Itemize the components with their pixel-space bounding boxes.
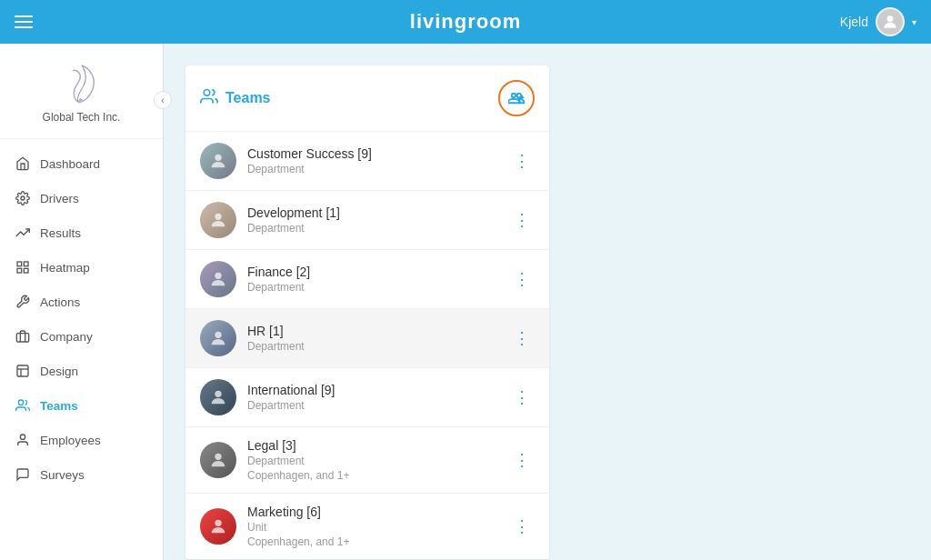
svg-point-19 [215, 391, 221, 397]
user-icon [15, 432, 31, 448]
team-type: Department [247, 340, 509, 353]
team-more-button[interactable]: ⋮ [509, 385, 535, 410]
team-type: Department [247, 281, 509, 294]
sidebar-item-label: Drivers [40, 192, 79, 205]
team-more-button[interactable]: ⋮ [509, 148, 535, 174]
team-avatar [200, 379, 236, 415]
sidebar-item-employees[interactable]: Employees [0, 423, 163, 457]
sidebar-item-teams[interactable]: Teams [0, 388, 163, 423]
svg-point-18 [215, 332, 221, 338]
team-name: Legal [3] [247, 438, 509, 453]
team-info: Marketing [6] Unit Copenhagen, and 1+ [247, 505, 509, 548]
avatar [876, 7, 905, 36]
user-menu[interactable]: Kjeld ▾ [840, 7, 916, 36]
sidebar-item-label: Actions [40, 295, 80, 309]
team-type: Department [247, 399, 509, 412]
tool-icon [15, 294, 31, 310]
team-info: Finance [2] Department [247, 265, 509, 294]
team-location: Copenhagen, and 1+ [247, 469, 509, 482]
main-content: Teams [164, 44, 931, 560]
team-type: Department [247, 222, 509, 235]
team-info: International [9] Department [247, 383, 509, 412]
svg-point-21 [215, 520, 221, 526]
settings-icon [15, 190, 31, 206]
team-item[interactable]: Customer Success [9] Department ⋮ [185, 132, 549, 191]
team-more-button[interactable]: ⋮ [509, 207, 535, 233]
sidebar-item-dashboard[interactable]: Dashboard [0, 146, 163, 181]
message-square-icon [15, 466, 31, 483]
sidebar-item-label: Dashboard [40, 157, 100, 171]
team-info: Legal [3] Department Copenhagen, and 1+ [247, 438, 509, 482]
svg-point-17 [215, 273, 221, 279]
user-name: Kjeld [840, 15, 868, 29]
team-avatar [200, 508, 236, 545]
team-more-button[interactable]: ⋮ [509, 514, 535, 539]
team-avatar [200, 320, 236, 356]
svg-point-12 [204, 89, 210, 95]
team-item[interactable]: International [9] Department ⋮ [185, 368, 549, 427]
team-item[interactable]: Legal [3] Department Copenhagen, and 1+ … [185, 427, 549, 494]
sidebar-item-label: Employees [40, 434, 101, 447]
svg-point-11 [20, 435, 25, 439]
team-more-button[interactable]: ⋮ [509, 266, 535, 292]
app-title: livingroom [410, 10, 521, 34]
sidebar-item-label: Teams [40, 399, 78, 413]
users-icon [15, 397, 31, 414]
svg-point-20 [215, 454, 221, 460]
team-info: HR [1] Department [247, 324, 509, 353]
team-item[interactable]: Finance [2] Department ⋮ [185, 250, 549, 309]
sidebar-nav: Dashboard Drivers [0, 139, 163, 560]
svg-point-10 [18, 400, 23, 405]
chevron-down-icon: ▾ [912, 17, 916, 27]
team-item[interactable]: HR [1] Department ⋮ [185, 309, 549, 368]
sidebar-item-surveys[interactable]: Surveys [0, 457, 163, 492]
sidebar-item-heatmap[interactable]: Heatmap [0, 250, 163, 285]
briefcase-icon [15, 328, 31, 345]
team-info: Customer Success [9] Department [247, 146, 509, 175]
svg-point-15 [215, 155, 221, 161]
team-name: Customer Success [9] [247, 146, 509, 161]
svg-rect-2 [17, 262, 22, 266]
add-team-button[interactable] [498, 80, 535, 116]
svg-rect-4 [24, 268, 28, 273]
teams-header-icon [200, 87, 218, 110]
sidebar-item-actions[interactable]: Actions [0, 285, 163, 319]
team-avatar [200, 261, 236, 297]
teams-panel: Teams [185, 65, 549, 559]
teams-panel-title: Teams [225, 90, 271, 106]
svg-rect-6 [16, 334, 28, 342]
svg-rect-7 [17, 365, 28, 376]
sidebar-item-drivers[interactable]: Drivers [0, 181, 163, 215]
trending-up-icon [15, 225, 31, 241]
grid-icon [15, 259, 31, 275]
svg-point-16 [215, 214, 221, 220]
team-more-button[interactable]: ⋮ [509, 325, 535, 351]
sidebar-item-design[interactable]: Design [0, 354, 163, 388]
svg-point-0 [887, 15, 894, 22]
collapse-sidebar-button[interactable]: ‹ [154, 91, 172, 109]
team-name: International [9] [247, 383, 509, 397]
team-more-button[interactable]: ⋮ [509, 447, 535, 473]
team-name: Marketing [6] [247, 505, 509, 519]
team-item[interactable]: Development [1] Department ⋮ [185, 191, 549, 250]
team-type: Department [247, 163, 509, 175]
company-name: Global Tech Inc. [43, 111, 121, 124]
team-avatar [200, 143, 236, 179]
team-avatar [200, 442, 236, 478]
sidebar-item-label: Design [40, 365, 78, 378]
team-location: Copenhagen, and 1+ [247, 535, 509, 548]
sidebar-item-label: Results [40, 226, 81, 240]
sidebar: Global Tech Inc. ‹ Dashboard [0, 44, 164, 560]
sidebar-item-results[interactable]: Results [0, 215, 163, 250]
team-type: Department [247, 455, 509, 467]
menu-icon[interactable] [15, 15, 33, 28]
team-item[interactable]: Marketing [6] Unit Copenhagen, and 1+ ⋮ [185, 494, 549, 559]
team-info: Development [1] Department [247, 205, 509, 235]
sidebar-item-label: Surveys [40, 468, 85, 482]
teams-header-left: Teams [200, 87, 271, 110]
sidebar-item-company[interactable]: Company [0, 319, 163, 354]
svg-rect-5 [17, 268, 22, 273]
layout-icon [15, 363, 31, 379]
team-name: Development [1] [247, 205, 509, 220]
svg-point-1 [21, 196, 25, 200]
